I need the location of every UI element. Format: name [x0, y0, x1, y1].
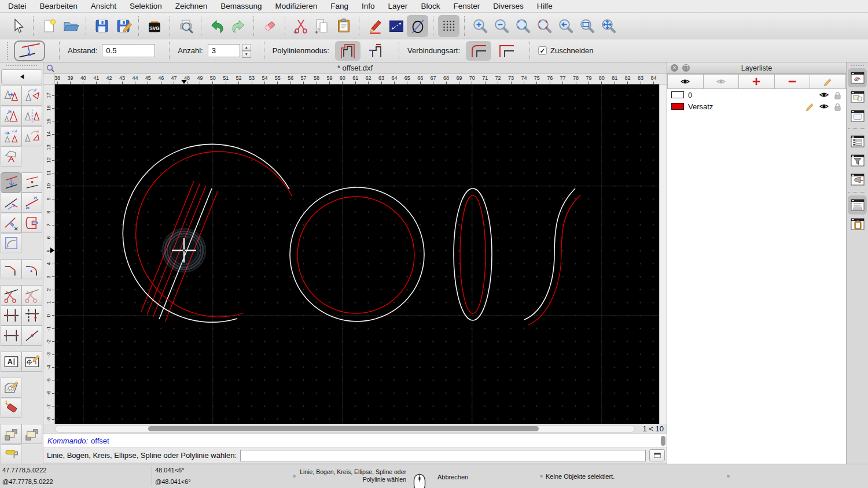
- stretch-ends-tool-button[interactable]: [1, 326, 21, 346]
- offset-ellipse-button[interactable]: [407, 15, 428, 37]
- polyline-mode-segment-button[interactable]: [363, 41, 388, 61]
- property-editor-dock-button[interactable]: [848, 132, 867, 151]
- stepper-up-icon[interactable]: ▲: [242, 44, 251, 51]
- pen-settings-dock-button[interactable]: [848, 170, 867, 189]
- layer-row-0[interactable]: 0: [667, 89, 846, 101]
- menu-bemassung[interactable]: Bemassung: [220, 2, 262, 10]
- move-rotate-tool-button[interactable]: [1, 126, 21, 146]
- drawing-canvas[interactable]: [55, 84, 659, 424]
- horizontal-scrollbar-thumb[interactable]: [148, 426, 539, 431]
- scale-tool-button[interactable]: [1, 106, 21, 126]
- library-browser-dock-button[interactable]: [848, 106, 867, 125]
- stretch-tool-button[interactable]: [1, 193, 21, 213]
- polyline-mode-outline-button[interactable]: [335, 41, 361, 61]
- layer-visible-eye-icon[interactable]: [819, 91, 829, 99]
- menu-hilfe[interactable]: Hilfe: [537, 2, 553, 10]
- command-history-scrollbar-thumb[interactable]: [661, 436, 665, 446]
- zoom-window-button[interactable]: [576, 15, 598, 37]
- pointer-button[interactable]: [7, 15, 28, 37]
- mirror-tool-button[interactable]: [21, 106, 42, 126]
- menu-diverses[interactable]: Diverses: [493, 2, 524, 10]
- zoom-redraw-button[interactable]: [534, 15, 555, 37]
- attributes-edit-tool-button[interactable]: .1: [21, 352, 42, 372]
- chamfer-tool-button[interactable]: [1, 259, 21, 279]
- zoom-pan-button[interactable]: [598, 15, 619, 37]
- hide-all-eye-button[interactable]: [704, 74, 740, 89]
- abstand-input[interactable]: [102, 44, 155, 57]
- hatch-edit-tool-button[interactable]: [1, 378, 21, 398]
- menu-bearbeiten[interactable]: Bearbeiten: [40, 2, 78, 10]
- offset-tool-button[interactable]: [14, 40, 45, 61]
- layer-visible-eye-icon[interactable]: [819, 102, 829, 110]
- zoom-auto-button[interactable]: [512, 15, 534, 37]
- modify-misc-tool-button[interactable]: [1, 146, 21, 167]
- trim-segment-tool-button[interactable]: [21, 305, 42, 326]
- menu-layer[interactable]: Layer: [388, 2, 408, 10]
- block-front-tool-button[interactable]: [1, 424, 21, 444]
- remove-layer-button[interactable]: [775, 74, 811, 89]
- menu-ansicht[interactable]: Ansicht: [91, 2, 116, 10]
- undo-button[interactable]: [206, 15, 227, 37]
- layer-edit-pencil-icon[interactable]: [806, 102, 815, 111]
- command-input[interactable]: [240, 450, 646, 461]
- copy-button[interactable]: [311, 15, 333, 37]
- layer-lock-icon[interactable]: [833, 91, 842, 99]
- menu-modifizieren[interactable]: Modifizieren: [275, 2, 318, 10]
- rotate-two-tool-button[interactable]: [21, 126, 42, 146]
- layer-color-swatch[interactable]: [671, 91, 684, 98]
- paint-roller-tool-button[interactable]: [1, 444, 21, 464]
- grid-toggle-button[interactable]: [438, 15, 459, 37]
- edit-delete-tool-button[interactable]: [1, 213, 21, 233]
- redo-button[interactable]: [227, 15, 249, 37]
- anzahl-stepper[interactable]: ▲▼: [242, 44, 251, 58]
- menu-zeichnen[interactable]: Zeichnen: [175, 2, 208, 10]
- menu-selektion[interactable]: Selektion: [130, 2, 162, 10]
- trim-cut-tool-button[interactable]: [1, 285, 21, 305]
- save-as-button[interactable]: [112, 15, 134, 37]
- fillet-box-tool-button[interactable]: [1, 233, 21, 253]
- dimension-button[interactable]: [385, 15, 407, 37]
- close-icon[interactable]: ✕: [671, 64, 678, 72]
- connection-round-button[interactable]: [466, 41, 491, 61]
- menu-fang[interactable]: Fang: [330, 2, 348, 10]
- zoom-back-button[interactable]: [555, 15, 576, 37]
- move-copy-tool-button[interactable]: [1, 86, 21, 106]
- explode-tool-button[interactable]: [1, 398, 21, 418]
- offset-tool-button[interactable]: [1, 172, 21, 193]
- fillet-round-tool-button[interactable]: [21, 259, 42, 279]
- vertical-scrollbar[interactable]: [659, 84, 667, 424]
- edit-layer-button[interactable]: [810, 74, 846, 89]
- block-list-dock-button[interactable]: [848, 87, 867, 106]
- delete-eraser-button[interactable]: [259, 15, 280, 37]
- selection-filter-dock-button[interactable]: [848, 151, 867, 170]
- lengthen-line-tool-button[interactable]: [21, 193, 42, 213]
- print-preview-button[interactable]: [175, 15, 196, 37]
- zoom-in-button[interactable]: [469, 15, 491, 37]
- menu-fenster[interactable]: Fenster: [453, 2, 480, 10]
- trim-cut-two-tool-button[interactable]: [21, 285, 42, 305]
- draw-pencil-button[interactable]: [364, 15, 385, 37]
- snap-magnet-tool-button[interactable]: [21, 213, 42, 233]
- block-back-tool-button[interactable]: [21, 424, 42, 444]
- rotate-tool-button[interactable]: [21, 86, 42, 106]
- layer-lock-icon[interactable]: [833, 102, 842, 111]
- menu-info[interactable]: Info: [362, 2, 375, 10]
- new-file-button[interactable]: [38, 15, 60, 37]
- anzahl-input[interactable]: [208, 44, 240, 57]
- zoom-out-button[interactable]: [491, 15, 512, 37]
- cut-button[interactable]: [290, 15, 311, 37]
- horizontal-scrollbar[interactable]: [55, 425, 635, 432]
- svg-export-button[interactable]: SVG: [144, 15, 165, 37]
- paste-button[interactable]: [333, 15, 354, 37]
- zuschneiden-checkbox[interactable]: ✓: [538, 46, 547, 55]
- clipboard-panel-dock-button[interactable]: [848, 215, 867, 234]
- divide-tool-button[interactable]: [21, 326, 42, 346]
- detach-panel-icon[interactable]: ❐: [682, 64, 690, 72]
- command-window-button[interactable]: [649, 449, 665, 461]
- stepper-down-icon[interactable]: ▼: [242, 51, 251, 58]
- layer-color-swatch[interactable]: [671, 103, 684, 110]
- text-edit-tool-button[interactable]: A: [1, 352, 21, 372]
- palette-back-button[interactable]: [1, 69, 42, 84]
- connection-sharp-button[interactable]: [494, 41, 519, 61]
- open-file-button[interactable]: [60, 15, 81, 37]
